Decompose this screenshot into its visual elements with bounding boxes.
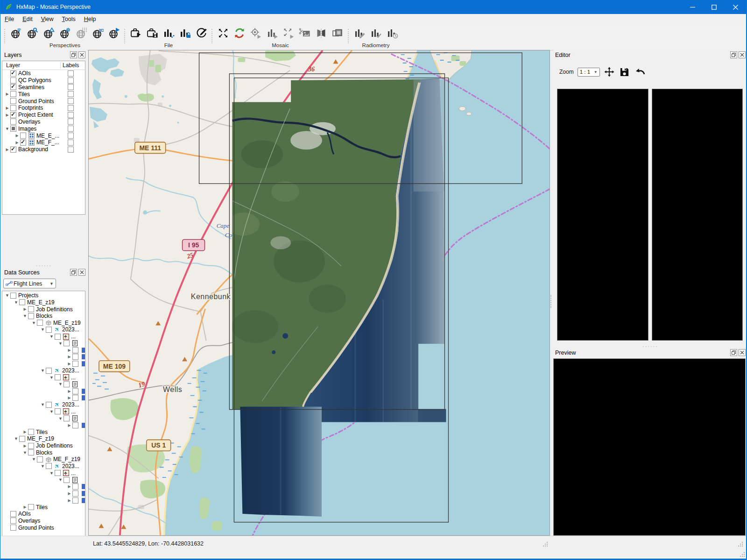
source-checkbox[interactable] bbox=[63, 415, 70, 421]
dock-resize-handle[interactable] bbox=[550, 295, 551, 308]
tree-expander-icon[interactable]: ▼ bbox=[31, 321, 37, 325]
tree-expander-icon[interactable]: ▼ bbox=[49, 334, 55, 339]
source-row-2023-[interactable]: ▼✈2023... bbox=[2, 463, 85, 470]
layer-row-aois[interactable]: AOIs bbox=[2, 70, 85, 77]
data-sources-close-button[interactable] bbox=[78, 269, 85, 276]
undo-button[interactable] bbox=[634, 66, 646, 77]
preview-close-button[interactable] bbox=[739, 349, 746, 356]
source-row--[interactable]: ▼✈... bbox=[2, 469, 85, 476]
source-row[interactable]: ▶ bbox=[2, 483, 85, 490]
tree-expander-icon[interactable]: ▼ bbox=[22, 450, 28, 455]
maximize-button[interactable] bbox=[703, 0, 725, 14]
labels-checkbox[interactable] bbox=[68, 91, 74, 97]
source-checkbox[interactable] bbox=[28, 449, 34, 455]
menu-help[interactable]: Help bbox=[80, 15, 100, 23]
source-checkbox[interactable] bbox=[46, 402, 52, 408]
source-row[interactable]: ▶ bbox=[2, 394, 85, 401]
tree-expander-icon[interactable]: ▶ bbox=[66, 423, 72, 427]
source-checkbox[interactable] bbox=[72, 388, 78, 394]
labels-checkbox[interactable] bbox=[68, 77, 74, 84]
source-checkbox[interactable] bbox=[46, 327, 52, 333]
source-checkbox[interactable] bbox=[28, 306, 34, 312]
tree-expander-icon[interactable]: ▶ bbox=[22, 430, 28, 434]
tree-expander-icon[interactable]: ▶ bbox=[66, 389, 72, 393]
toolbar-chart-play-icon[interactable] bbox=[266, 27, 279, 40]
data-source-type-combo[interactable]: Flight Lines ▼ bbox=[3, 279, 56, 288]
source-row[interactable]: ▶ bbox=[2, 422, 85, 429]
tree-expander-icon[interactable]: ▶ bbox=[66, 348, 72, 352]
source-checkbox[interactable] bbox=[63, 340, 70, 346]
source-row[interactable]: ▶ bbox=[2, 360, 85, 367]
source-row[interactable]: ▶ bbox=[2, 388, 85, 395]
source-checkbox[interactable] bbox=[72, 395, 78, 401]
layer-visibility-checkbox[interactable] bbox=[10, 126, 16, 132]
source-checkbox[interactable] bbox=[55, 334, 61, 340]
menu-tools[interactable]: Tools bbox=[58, 15, 80, 23]
toolbar-chart-lock-icon[interactable] bbox=[178, 27, 191, 40]
source-row-job-definitions[interactable]: ▶Job Definitions bbox=[2, 306, 85, 313]
source-row-blocks[interactable]: ▼Blocks bbox=[2, 313, 85, 320]
source-row-tiles[interactable]: ▶Tiles bbox=[2, 429, 85, 436]
tree-expander-icon[interactable]: ▼ bbox=[31, 457, 37, 462]
source-checkbox[interactable] bbox=[10, 293, 16, 299]
toolbar-briefcase-save-icon[interactable] bbox=[146, 27, 159, 40]
source-checkbox[interactable] bbox=[72, 354, 78, 360]
source-checkbox[interactable] bbox=[28, 313, 34, 319]
source-row[interactable]: ▼ bbox=[2, 415, 85, 422]
editor-image-left[interactable] bbox=[557, 89, 648, 341]
window-resize-grip[interactable] bbox=[740, 552, 747, 559]
layer-visibility-checkbox[interactable] bbox=[10, 91, 16, 97]
toolbar-image-flip-icon[interactable] bbox=[315, 27, 328, 40]
layer-row-background[interactable]: ▶Background bbox=[2, 146, 85, 153]
map-canvas[interactable]: CapeCo bbox=[89, 50, 550, 535]
toolbar-globe-grid-icon[interactable] bbox=[75, 27, 88, 40]
tree-expander-icon[interactable]: ▼ bbox=[40, 402, 46, 407]
layer-row-footprints[interactable]: ▶Footprints bbox=[2, 105, 85, 112]
source-row-2023-[interactable]: ▼✈2023... bbox=[2, 401, 85, 408]
tree-expander-icon[interactable]: ▶ bbox=[14, 133, 20, 138]
toolbar-grip[interactable] bbox=[124, 29, 127, 43]
tree-expander-icon[interactable]: ▶ bbox=[66, 484, 72, 489]
tree-expander-icon[interactable]: ▶ bbox=[22, 307, 28, 311]
menu-view[interactable]: View bbox=[37, 15, 58, 23]
source-checkbox[interactable] bbox=[72, 490, 78, 497]
tree-expander-icon[interactable]: ▶ bbox=[66, 396, 72, 400]
source-checkbox[interactable] bbox=[37, 320, 43, 326]
tree-expander-icon[interactable]: ▼ bbox=[57, 382, 63, 386]
zoom-level-combo[interactable]: 1 : 1 ▼ bbox=[578, 68, 600, 77]
resize-grip[interactable] bbox=[738, 542, 745, 548]
tree-expander-icon[interactable]: ▼ bbox=[40, 327, 46, 332]
toolbar-globe-gear-icon[interactable] bbox=[58, 27, 71, 40]
toolbar-grip[interactable] bbox=[348, 29, 350, 43]
source-row--[interactable]: ▼✈... bbox=[2, 374, 85, 381]
toolbar-pen-circle-icon[interactable] bbox=[195, 27, 208, 40]
layer-visibility-checkbox[interactable] bbox=[10, 84, 16, 90]
tree-expander-icon[interactable]: ▶ bbox=[22, 505, 28, 509]
tree-expander-icon[interactable]: ▼ bbox=[40, 368, 46, 373]
labels-checkbox[interactable] bbox=[68, 112, 74, 118]
source-row-me-f-z19[interactable]: ▼ME_F_z19 bbox=[2, 435, 85, 442]
labels-checkbox[interactable] bbox=[68, 98, 74, 104]
tree-expander-icon[interactable]: ▶ bbox=[4, 92, 10, 96]
layer-visibility-checkbox[interactable] bbox=[10, 70, 16, 77]
source-checkbox[interactable] bbox=[46, 463, 52, 469]
labels-checkbox[interactable] bbox=[68, 105, 74, 111]
toolbar-chart-clock-icon[interactable] bbox=[386, 27, 399, 40]
editor-image-right[interactable] bbox=[652, 89, 743, 341]
source-checkbox[interactable] bbox=[10, 518, 16, 524]
source-checkbox[interactable] bbox=[55, 374, 61, 380]
source-row-job-definitions[interactable]: ▶Job Definitions bbox=[2, 442, 85, 449]
layer-visibility-checkbox[interactable] bbox=[10, 147, 16, 153]
tree-expander-icon[interactable]: ▼ bbox=[57, 341, 63, 346]
labels-checkbox[interactable] bbox=[68, 147, 74, 153]
layer-visibility-checkbox[interactable] bbox=[10, 112, 16, 118]
editor-float-button[interactable] bbox=[730, 51, 737, 58]
source-checkbox[interactable] bbox=[10, 511, 16, 517]
toolbar-grip[interactable] bbox=[4, 29, 7, 43]
source-checkbox[interactable] bbox=[46, 368, 52, 374]
toolbar-briefcase-play-icon[interactable] bbox=[129, 27, 142, 40]
source-row-me-f-z19[interactable]: ▼ME_F_z19 bbox=[2, 456, 85, 463]
source-row[interactable]: ▶ bbox=[2, 354, 85, 361]
layer-row-seamlines[interactable]: Seamlines bbox=[2, 84, 85, 91]
save-button[interactable] bbox=[619, 66, 631, 77]
